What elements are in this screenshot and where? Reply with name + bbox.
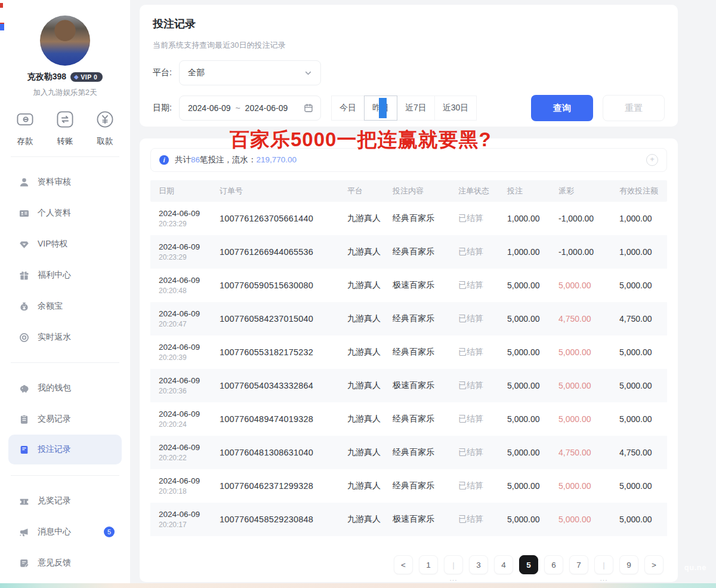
sidebar-item-bet-records[interactable]: 投注记录 bbox=[8, 435, 122, 464]
cell-payout: 4,750.00 bbox=[558, 448, 619, 457]
sidebar-item-vip-privilege[interactable]: VIP特权 bbox=[0, 229, 130, 260]
filter-card: 投注记录 当前系统支持查询最近30日的投注记录 平台: 全部 日期: 2024-… bbox=[140, 5, 678, 127]
summary-text: 共计86笔投注，流水：219,770.00 bbox=[175, 155, 297, 165]
cell-platform: 九游真人 bbox=[347, 514, 393, 525]
cell-order: 1007760553182175232 bbox=[220, 347, 347, 357]
range-button-昨日[interactable]: 昨日 bbox=[364, 96, 397, 121]
sidebar-item-profile-audit[interactable]: 资料审核 bbox=[0, 167, 130, 198]
edge-marker-red bbox=[0, 3, 3, 8]
avatar bbox=[40, 16, 90, 66]
cell-content: 经典百家乐 bbox=[393, 313, 458, 324]
cell-platform: 九游真人 bbox=[347, 213, 393, 224]
sidebar: 克孜勒398 ◆ VIP 0 加入九游娱乐第2天 存款转账取款 资料审核个人资料… bbox=[0, 0, 130, 588]
message-count-badge: 5 bbox=[104, 527, 115, 537]
transfer-label: 转账 bbox=[57, 136, 73, 147]
cell-bet: 5,000.00 bbox=[507, 414, 558, 424]
cell-content: 经典百家乐 bbox=[393, 481, 458, 491]
summary-count: 86 bbox=[191, 155, 200, 164]
join-days-text: 加入九游娱乐第2天 bbox=[0, 88, 130, 98]
cell-content: 经典百家乐 bbox=[393, 414, 458, 424]
cell-status: 已结算 bbox=[458, 481, 507, 491]
sidebar-item-my-wallet[interactable]: 我的钱包 bbox=[0, 372, 130, 404]
table-row: 2024-06-0920:23:291007761266944065536九游真… bbox=[150, 235, 667, 269]
transfer-button[interactable]: 转账 bbox=[55, 110, 75, 147]
search-button[interactable]: 查询 bbox=[531, 95, 593, 121]
cell-payout: 5,000.00 bbox=[558, 481, 619, 491]
platform-select[interactable]: 全部 bbox=[179, 60, 321, 85]
sidebar-item-feedback[interactable]: 意见反馈 bbox=[0, 547, 130, 578]
table-row: 2024-06-0920:20:241007760489474019328九游真… bbox=[150, 402, 667, 436]
cell-content: 极速百家乐 bbox=[393, 280, 458, 291]
sidebar-item-label: 个人资料 bbox=[38, 208, 71, 218]
date-from: 2024-06-09 bbox=[188, 103, 231, 113]
withdraw-label: 取款 bbox=[97, 136, 113, 147]
withdraw-icon bbox=[95, 110, 115, 131]
sidebar-item-message-center[interactable]: 消息中心5 bbox=[0, 516, 130, 547]
info-icon: i bbox=[159, 155, 169, 165]
sidebar-item-label: 实时返水 bbox=[38, 332, 71, 343]
pagination-ellipsis[interactable]: |... bbox=[444, 555, 463, 574]
pagination-next-button[interactable]: > bbox=[644, 555, 663, 574]
cell-platform: 九游真人 bbox=[347, 347, 393, 358]
sidebar-item-yuebao[interactable]: 余额宝 bbox=[0, 291, 130, 322]
pagination-page-4[interactable]: 4 bbox=[494, 555, 513, 574]
sidebar-item-realtime-rebate[interactable]: 实时返水 bbox=[0, 322, 130, 353]
date-range-input[interactable]: 2024-06-09 ~ 2024-06-09 bbox=[179, 96, 321, 121]
pagination-page-7[interactable]: 7 bbox=[569, 555, 588, 574]
range-button-今日[interactable]: 今日 bbox=[331, 96, 365, 121]
cell-platform: 九游真人 bbox=[347, 313, 393, 324]
cell-bet: 5,000.00 bbox=[507, 481, 558, 491]
vip-badge-label: VIP 0 bbox=[81, 73, 97, 81]
cell-date: 2024-06-0920:20:22 bbox=[159, 443, 220, 462]
pagination-page-6[interactable]: 6 bbox=[544, 555, 563, 574]
chevron-down-icon bbox=[304, 69, 312, 77]
sidebar-nav: 资料审核个人资料VIP特权福利中心余额宝实时返水我的钱包交易记录投注记录兑奖记录… bbox=[0, 167, 130, 588]
column-header: 注单状态 bbox=[458, 186, 507, 196]
pagination-page-5[interactable]: 5 bbox=[519, 555, 538, 574]
pagination-ellipsis[interactable]: |... bbox=[594, 555, 613, 574]
sidebar-item-label: 我的钱包 bbox=[38, 383, 71, 393]
expand-plus-icon[interactable]: + bbox=[646, 154, 658, 166]
cell-payout: -1,000.00 bbox=[558, 214, 619, 223]
sidebar-item-label: 资料审核 bbox=[38, 177, 71, 187]
platform-label: 平台: bbox=[153, 67, 179, 78]
cell-valid: 5,000.00 bbox=[619, 347, 659, 357]
sidebar-item-transaction-records[interactable]: 交易记录 bbox=[0, 404, 130, 435]
sidebar-item-welfare-center[interactable]: 福利中心 bbox=[0, 260, 130, 291]
range-button-近7日[interactable]: 近7日 bbox=[397, 96, 435, 121]
cell-date: 2024-06-0920:20:24 bbox=[159, 410, 220, 429]
sidebar-item-label: 兑奖记录 bbox=[38, 495, 71, 506]
pagination-prev-button[interactable]: < bbox=[394, 555, 413, 574]
range-button-近30日[interactable]: 近30日 bbox=[434, 96, 477, 121]
cell-platform: 九游真人 bbox=[347, 380, 393, 391]
cell-status: 已结算 bbox=[458, 347, 507, 358]
cell-payout: 5,000.00 bbox=[558, 515, 619, 524]
cell-status: 已结算 bbox=[458, 247, 507, 257]
pagination-page-1[interactable]: 1 bbox=[419, 555, 438, 574]
sidebar-item-label: 投注记录 bbox=[38, 444, 71, 455]
date-label: 日期: bbox=[153, 103, 179, 113]
text-selection-highlight bbox=[379, 98, 387, 118]
cell-payout: 5,000.00 bbox=[558, 381, 619, 390]
cell-content: 经典百家乐 bbox=[393, 247, 458, 257]
deposit-button[interactable]: 存款 bbox=[16, 110, 35, 147]
table-row: 2024-06-0920:20:221007760481308631040九游真… bbox=[150, 436, 667, 469]
cell-date: 2024-06-0920:20:36 bbox=[159, 376, 220, 395]
sidebar-item-prize-records[interactable]: 兑奖记录 bbox=[0, 485, 130, 516]
cell-status: 已结算 bbox=[458, 447, 507, 458]
table-row: 2024-06-0920:20:391007760553182175232九游真… bbox=[150, 335, 667, 369]
sidebar-item-label: 消息中心 bbox=[38, 527, 71, 537]
sidebar-item-personal-info[interactable]: 个人资料 bbox=[0, 198, 130, 229]
sidebar-item-label: 余额宝 bbox=[38, 301, 63, 312]
withdraw-button[interactable]: 取款 bbox=[95, 110, 115, 147]
cell-date: 2024-06-0920:20:47 bbox=[159, 309, 220, 328]
pagination-page-3[interactable]: 3 bbox=[469, 555, 488, 574]
reset-button[interactable]: 重置 bbox=[603, 95, 665, 121]
cell-order: 1007760458529230848 bbox=[220, 515, 347, 524]
pagination-page-9[interactable]: 9 bbox=[619, 555, 638, 574]
ticket-icon bbox=[19, 496, 29, 506]
pagination: <1|...34567|...9> bbox=[394, 555, 663, 574]
cell-valid: 4,750.00 bbox=[619, 448, 659, 457]
cell-status: 已结算 bbox=[458, 313, 507, 324]
user-name: 克孜勒398 bbox=[27, 72, 66, 82]
